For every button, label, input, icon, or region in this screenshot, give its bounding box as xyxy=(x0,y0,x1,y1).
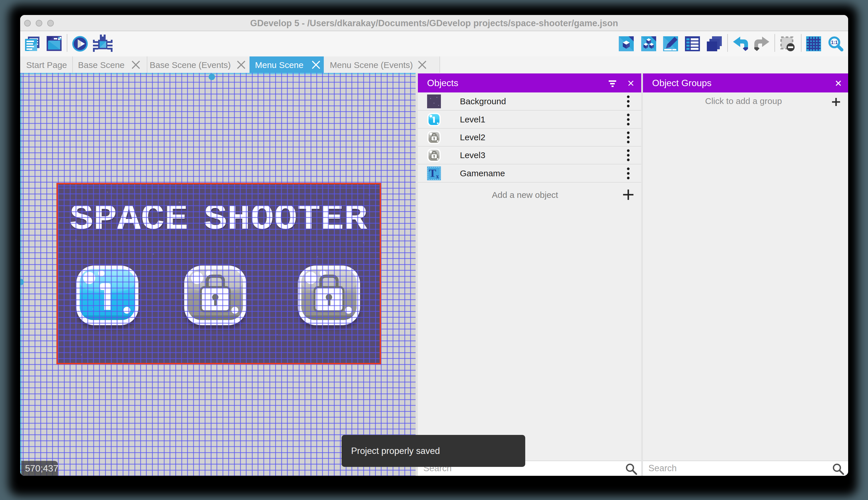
svg-text:1:1: 1:1 xyxy=(831,40,837,45)
svg-text:x: x xyxy=(436,173,439,180)
svg-text:T: T xyxy=(429,167,436,179)
